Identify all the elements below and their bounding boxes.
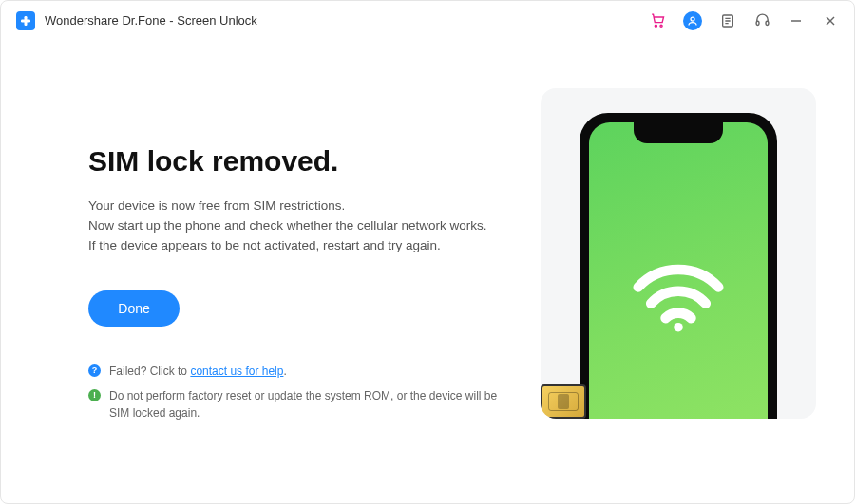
account-icon[interactable] — [683, 11, 702, 30]
phone-notch — [634, 122, 723, 143]
wifi-icon — [633, 264, 724, 332]
app-title: Wondershare Dr.Fone - Screen Unlock — [45, 13, 257, 28]
feedback-icon[interactable] — [719, 12, 736, 29]
body-text: Your device is now free from SIM restric… — [88, 196, 503, 256]
support-icon[interactable] — [753, 12, 770, 29]
phone-screen — [589, 122, 768, 419]
help-icon: ? — [88, 364, 101, 377]
svg-point-4 — [691, 17, 694, 21]
main-content: SIM lock removed. Your device is now fre… — [1, 41, 854, 503]
notes-section: ? Failed? Click to contact us for help. … — [88, 344, 503, 429]
svg-rect-1 — [21, 19, 30, 22]
illustration-stage — [541, 88, 816, 419]
app-logo — [16, 11, 35, 30]
cart-icon[interactable] — [649, 12, 666, 29]
left-panel: SIM lock removed. Your device is now fre… — [1, 88, 541, 503]
titlebar: Wondershare Dr.Fone - Screen Unlock — [1, 1, 854, 41]
help-text: Failed? Click to contact us for help. — [109, 363, 287, 380]
warning-icon: ! — [88, 389, 101, 401]
right-panel — [541, 88, 854, 503]
body-line: Now start up the phone and check whether… — [88, 216, 503, 236]
page-heading: SIM lock removed. — [88, 145, 503, 177]
svg-rect-7 — [766, 21, 769, 25]
done-button[interactable]: Done — [88, 290, 180, 327]
svg-rect-6 — [756, 21, 759, 25]
help-note: ? Failed? Click to contact us for help. — [88, 363, 503, 380]
sim-chip-icon — [541, 384, 586, 419]
titlebar-controls — [649, 11, 839, 30]
warning-text: Do not perform factory reset or update t… — [109, 387, 503, 421]
phone-illustration — [580, 113, 777, 419]
body-line: Your device is now free from SIM restric… — [88, 196, 503, 216]
contact-link[interactable]: contact us for help — [190, 364, 283, 378]
minimize-button[interactable] — [788, 12, 805, 29]
close-button[interactable] — [822, 12, 839, 29]
warning-note: ! Do not perform factory reset or update… — [88, 387, 503, 421]
body-line: If the device appears to be not activate… — [88, 236, 503, 256]
svg-point-2 — [655, 25, 656, 27]
svg-point-3 — [659, 25, 661, 27]
svg-point-11 — [674, 323, 683, 332]
plus-icon — [20, 15, 31, 27]
